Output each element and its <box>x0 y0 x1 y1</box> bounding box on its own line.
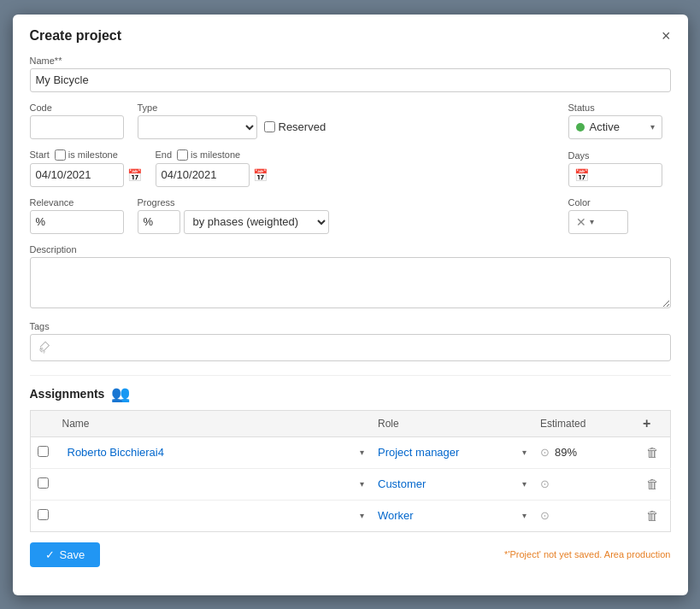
row3-checkbox[interactable] <box>38 509 49 520</box>
color-picker-button[interactable]: ✕ ▾ <box>568 210 628 234</box>
type-label: Type <box>138 102 555 113</box>
end-date-input[interactable] <box>156 163 250 187</box>
row2-actions-cell: 🗑 <box>636 468 670 500</box>
row3-role-chevron-icon[interactable]: ▾ <box>522 511 526 520</box>
col-name-header: Name <box>56 410 372 436</box>
row1-estimated-cell: ⊙ 89% <box>533 436 636 468</box>
progress-input[interactable] <box>138 210 180 234</box>
name-label: Name* <box>30 56 671 66</box>
progress-select[interactable]: by phases (weighted) manual by tasks <box>184 210 329 234</box>
table-row: ▾ Customer ▾ ⊙ <box>30 468 670 500</box>
code-type-status-row: Code Type Reserved Status Active ▾ <box>30 102 671 139</box>
status-text: Active <box>590 120 645 133</box>
table-row: ▾ Project manager ▾ ⊙ 89% <box>30 436 670 468</box>
assignments-header: Assignments 👥 <box>30 384 671 403</box>
footer-row: ✓ Save *'Project' not yet saved. Area pr… <box>30 542 671 567</box>
row2-delete-button[interactable]: 🗑 <box>646 477 659 491</box>
row2-role-cell: Customer ▾ <box>371 468 533 500</box>
row3-est-icon: ⊙ <box>540 509 550 522</box>
row1-est-percent: 89% <box>555 446 577 459</box>
status-dot <box>576 123 585 132</box>
add-assignment-button[interactable]: + <box>643 416 650 431</box>
row1-role-chevron-icon[interactable]: ▾ <box>522 448 526 457</box>
row1-name-cell: ▾ <box>56 436 372 468</box>
relevance-group: Relevance <box>30 197 124 234</box>
row2-checkbox[interactable] <box>38 477 49 489</box>
end-milestone-checkbox[interactable] <box>177 149 188 161</box>
row1-checkbox[interactable] <box>38 446 49 457</box>
color-x-icon: ✕ <box>576 215 586 229</box>
row3-name-chevron-icon[interactable]: ▾ <box>360 511 364 520</box>
color-label: Color <box>568 197 671 208</box>
row1-check-cell <box>30 436 56 468</box>
name-input[interactable] <box>30 68 671 92</box>
description-input[interactable] <box>30 257 671 308</box>
row2-estimated-cell: ⊙ <box>533 468 636 500</box>
relevance-label: Relevance <box>30 197 124 208</box>
col-check-header <box>30 410 56 436</box>
progress-label: Progress <box>138 197 329 208</box>
code-input[interactable] <box>30 115 124 139</box>
tags-group: Tags 🏷 <box>30 321 671 361</box>
assignments-section: Assignments 👥 Name Role Estimated + <box>30 384 671 532</box>
relevance-input[interactable] <box>30 210 124 234</box>
start-end-days-row: Start is milestone 📅 End is milestone <box>30 149 671 187</box>
start-date-wrap: 📅 <box>30 163 142 187</box>
end-milestone-label: is milestone <box>177 149 240 161</box>
tags-input-wrap[interactable]: 🏷 <box>30 334 671 361</box>
save-button[interactable]: ✓ Save <box>30 542 101 567</box>
row2-name-cell: ▾ <box>56 468 372 500</box>
assignments-tbody: ▾ Project manager ▾ ⊙ 89% <box>30 436 670 531</box>
start-milestone-label: is milestone <box>55 149 118 161</box>
days-group: Days 📅 <box>568 150 671 187</box>
assignments-thead: Name Role Estimated + <box>30 410 670 436</box>
assignments-title: Assignments <box>30 387 105 401</box>
row1-delete-button[interactable]: 🗑 <box>646 445 659 460</box>
end-label: End <box>156 149 173 160</box>
end-calendar-icon[interactable]: 📅 <box>253 168 268 182</box>
assignments-header-row: Name Role Estimated + <box>30 410 670 436</box>
description-group: Description <box>30 244 671 311</box>
col-plus-header: + <box>636 410 670 436</box>
modal-header: Create project × <box>30 28 671 44</box>
row3-name-input[interactable] <box>62 505 357 527</box>
end-group: End is milestone 📅 <box>156 149 268 187</box>
row2-est-icon: ⊙ <box>540 477 550 490</box>
days-label: Days <box>568 150 671 161</box>
close-button[interactable]: × <box>662 28 671 44</box>
reserved-label: Reserved <box>264 120 326 133</box>
start-date-input[interactable] <box>30 163 124 187</box>
reserved-checkbox[interactable] <box>264 121 275 132</box>
relevance-progress-color-row: Relevance Progress by phases (weighted) … <box>30 197 671 234</box>
row3-role-text: Worker <box>378 509 519 522</box>
col-role-header: Role <box>371 410 533 436</box>
tag-icon: 🏷 <box>34 338 52 356</box>
status-group: Status Active ▾ <box>568 102 671 139</box>
progress-group: Progress by phases (weighted) manual by … <box>138 197 329 234</box>
code-label: Code <box>30 102 124 113</box>
row2-role-chevron-icon[interactable]: ▾ <box>522 479 526 489</box>
row3-check-cell <box>30 500 56 531</box>
row2-name-chevron-icon[interactable]: ▾ <box>360 479 364 489</box>
start-calendar-icon[interactable]: 📅 <box>127 168 142 182</box>
row1-name-chevron-icon[interactable]: ▾ <box>360 448 364 457</box>
row2-name-input[interactable] <box>62 473 357 495</box>
section-divider <box>30 375 671 376</box>
status-chevron-icon: ▾ <box>650 122 655 132</box>
footer-note: *'Project' not yet saved. Area productio… <box>504 549 670 559</box>
status-badge[interactable]: Active ▾ <box>568 115 662 139</box>
type-group: Type Reserved <box>138 102 555 139</box>
row1-name-input[interactable] <box>62 442 357 464</box>
row3-delete-button[interactable]: 🗑 <box>646 508 659 523</box>
row1-est-icon: ⊙ <box>540 446 550 459</box>
row1-role-text: Project manager <box>378 446 519 459</box>
start-milestone-checkbox[interactable] <box>55 149 66 161</box>
end-date-wrap: 📅 <box>156 163 268 187</box>
row2-check-cell <box>30 468 56 500</box>
col-estimated-header: Estimated <box>533 410 636 436</box>
save-label: Save <box>60 548 85 561</box>
table-row: ▾ Worker ▾ ⊙ 🗑 <box>30 500 670 531</box>
type-select[interactable] <box>138 115 257 139</box>
color-group: Color ✕ ▾ <box>568 197 671 234</box>
days-input-wrap: 📅 <box>568 163 662 187</box>
